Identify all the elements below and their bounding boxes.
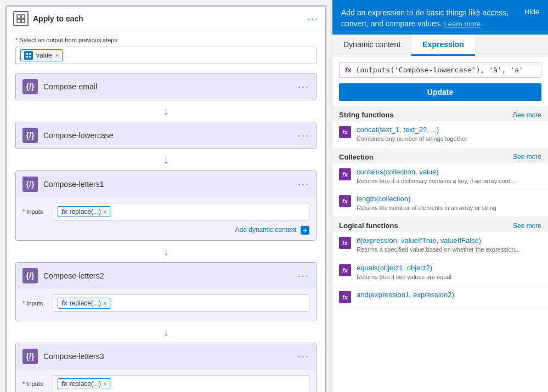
value-pill-close-icon[interactable]: ×	[55, 52, 59, 59]
function-length[interactable]: fx length(collection) Returns the number…	[332, 190, 548, 217]
function-contains-details: contains(collection, value) Returns true…	[357, 168, 541, 185]
step-compose-email-more-menu[interactable]: ···	[298, 81, 309, 93]
compose-letters3-fx-icon: fx	[61, 380, 67, 388]
step-compose-letters3-more-menu[interactable]: ···	[298, 351, 309, 362]
svg-rect-6	[26, 56, 28, 58]
left-panel: Apply to each ··· * Select an output fro…	[0, 0, 332, 392]
svg-rect-4	[26, 53, 28, 55]
compose-letters3-fx-close[interactable]: ×	[103, 380, 106, 387]
function-equals-details: equals(object1, object2) Returns true if…	[357, 264, 541, 281]
compose-letters1-fx-text: replace(...)	[70, 208, 101, 215]
step-compose-email-header[interactable]: {/} Compose-email ···	[16, 73, 316, 100]
step-compose-email-icon: {/}	[22, 79, 38, 94]
apply-each-select-output-area: * Select an output from previous steps v…	[7, 31, 325, 73]
learn-more-link[interactable]: Learn more	[444, 20, 481, 28]
update-button[interactable]: Update	[339, 83, 541, 101]
step-compose-lowercase-more-menu[interactable]: ···	[298, 130, 309, 141]
svg-rect-3	[21, 19, 25, 22]
compose-letters1-inputs-row: * Inputs fx replace(...) ×	[22, 203, 309, 220]
step-compose-letters3-name: Compose-letters3	[43, 352, 104, 361]
function-list: String functions See more fx concat(text…	[332, 106, 548, 392]
string-functions-see-more[interactable]: See more	[513, 111, 541, 119]
compose-letters3-inputs-label: * Inputs	[22, 380, 47, 387]
function-and-name: and(expression1, expression2)	[357, 291, 541, 299]
compose-letters2-fx-pill: fx replace(...) ×	[58, 298, 110, 309]
function-and[interactable]: fx and(expression1, expression2)	[332, 286, 548, 308]
select-output-input[interactable]: value ×	[15, 47, 317, 64]
compose-letters3-inputs-box[interactable]: fx replace(...) ×	[53, 375, 309, 392]
step-compose-letters1-more-menu[interactable]: ···	[298, 179, 309, 190]
step-compose-letters3-icon: {/}	[22, 349, 38, 364]
string-functions-section-header: String functions See more	[332, 106, 548, 121]
add-dynamic-content-btn[interactable]: Add dynamic content +	[22, 224, 309, 235]
apply-each-title-area: Apply to each	[13, 11, 83, 26]
apply-each-container: Apply to each ··· * Select an output fro…	[5, 5, 326, 392]
function-equals-name: equals(object1, object2)	[357, 264, 541, 272]
logical-section-header: Logical functions See more	[332, 217, 548, 232]
compose-letters2-fx-close[interactable]: ×	[103, 300, 106, 306]
step-compose-letters3-body: * Inputs fx replace(...) ×	[16, 370, 316, 392]
step-compose-lowercase-name: Compose-lowercase	[43, 131, 114, 140]
collection-section-header: Collection See more	[332, 149, 548, 163]
function-if-fx-badge: fx	[339, 237, 351, 249]
step-compose-letters1: {/} Compose-letters1 ··· * Inputs fx rep…	[15, 171, 317, 241]
step-compose-letters1-icon: {/}	[22, 177, 38, 192]
compose-letters2-fx-text: replace(...)	[70, 299, 101, 307]
step-header-left-3: {/} Compose-letters1	[22, 177, 104, 192]
logical-title: Logical functions	[339, 221, 398, 230]
apply-each-header: Apply to each ···	[7, 7, 325, 31]
arrow-down-3: ↓	[15, 245, 317, 258]
tab-dynamic-content[interactable]: Dynamic content	[332, 35, 411, 56]
add-dynamic-content-label: Add dynamic content	[235, 226, 297, 234]
step-compose-letters2-more-menu[interactable]: ···	[298, 270, 309, 282]
step-compose-letters3-header[interactable]: {/} Compose-letters3 ···	[16, 343, 316, 370]
expression-input-box[interactable]: fx (outputs('Compose-lowercase'), 'à', '…	[339, 62, 541, 78]
compose-letters2-inputs-box[interactable]: fx replace(...) ×	[53, 294, 309, 312]
function-contains-fx-badge: fx	[339, 168, 351, 180]
step-compose-letters1-name: Compose-letters1	[43, 180, 104, 189]
steps-area: {/} Compose-email ··· ↓ {/} Compose-lowe…	[7, 73, 325, 392]
function-length-name: length(collection)	[357, 195, 541, 203]
right-panel: Add an expression to do basic things lik…	[332, 0, 548, 392]
tab-expression[interactable]: Expression	[411, 35, 474, 56]
function-length-details: length(collection) Returns the number of…	[357, 195, 541, 212]
value-pill-text: value	[36, 52, 52, 59]
function-and-fx-badge: fx	[339, 291, 351, 303]
function-concat[interactable]: fx concat(text_1, text_2?, ...) Combines…	[332, 121, 548, 148]
compose-letters1-fx-close[interactable]: ×	[103, 208, 106, 215]
step-compose-letters1-body: * Inputs fx replace(...) × Add dynamic c…	[16, 197, 316, 240]
step-compose-lowercase: {/} Compose-lowercase ···	[15, 122, 317, 149]
step-compose-lowercase-header[interactable]: {/} Compose-lowercase ···	[16, 122, 316, 149]
function-concat-desc: Combines any number of strings together	[357, 135, 541, 143]
compose-letters1-inputs-box[interactable]: fx replace(...) ×	[53, 203, 309, 220]
string-functions-title: String functions	[339, 111, 394, 119]
function-concat-name: concat(text_1, text_2?, ...)	[357, 126, 541, 134]
collection-see-more[interactable]: See more	[513, 153, 541, 161]
panel-hide-link[interactable]: Hide	[524, 8, 539, 16]
function-contains[interactable]: fx contains(collection, value) Returns t…	[332, 163, 548, 190]
panel-header-title: Add an expression to do basic things lik…	[341, 8, 518, 29]
step-compose-letters2: {/} Compose-letters2 ··· * Inputs fx rep…	[15, 262, 317, 321]
step-header-left-4: {/} Compose-letters2	[22, 268, 104, 283]
step-compose-letters1-header[interactable]: {/} Compose-letters1 ···	[16, 171, 316, 197]
compose-letters3-fx-pill: fx replace(...) ×	[58, 378, 110, 389]
function-concat-fx-badge: fx	[339, 126, 351, 138]
collection-title: Collection	[339, 153, 374, 161]
compose-letters2-fx-icon: fx	[61, 299, 67, 307]
step-compose-letters2-name: Compose-letters2	[43, 271, 104, 280]
apply-each-more-menu[interactable]: ···	[307, 13, 319, 25]
step-compose-letters3: {/} Compose-letters3 ··· * Inputs fx rep…	[15, 343, 317, 392]
expr-fx-icon: fx	[345, 66, 352, 74]
step-compose-letters2-header[interactable]: {/} Compose-letters2 ···	[16, 263, 316, 289]
svg-rect-2	[17, 19, 20, 22]
add-dynamic-content-icon: +	[301, 226, 309, 235]
function-equals[interactable]: fx equals(object1, object2) Returns true…	[332, 259, 548, 286]
logical-see-more[interactable]: See more	[513, 222, 541, 230]
step-header-left-5: {/} Compose-letters3	[22, 349, 104, 364]
function-if-name: if(expression, valueIfTrue, valueIfFalse…	[357, 236, 541, 245]
compose-letters1-fx-icon: fx	[61, 208, 67, 215]
function-contains-desc: Returns true if a dictionary contains a …	[357, 177, 541, 185]
function-length-fx-badge: fx	[339, 195, 351, 207]
value-pill-icon	[24, 51, 33, 60]
function-if[interactable]: fx if(expression, valueIfTrue, valueIfFa…	[332, 232, 548, 259]
